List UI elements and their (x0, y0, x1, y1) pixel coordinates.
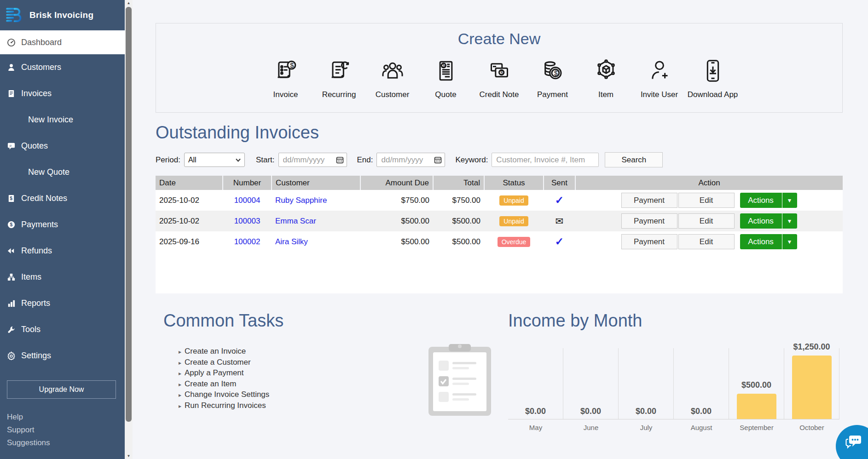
actions-split-button[interactable]: Actions ▼ (740, 213, 797, 229)
actions-caret-icon[interactable]: ▼ (782, 239, 797, 245)
actions-split-button[interactable]: Actions ▼ (740, 234, 797, 249)
bottom-section: Common Tasks ▸Create an Invoice ▸Create … (156, 311, 843, 431)
sidebar-item-quotes[interactable]: a Quotes (0, 133, 125, 159)
quote-bubble-icon: a (6, 141, 16, 151)
task-link-apply-payment[interactable]: ▸Apply a Payment (179, 368, 269, 379)
scroll-down-arrow-icon[interactable]: ▼ (125, 454, 133, 458)
task-link-invoice-settings[interactable]: ▸Change Invoice Settings (179, 390, 269, 401)
task-label[interactable]: Create an Item (185, 379, 236, 389)
create-invite-user-tile[interactable]: Invite User (633, 55, 686, 99)
brand[interactable]: Brisk Invoicing (0, 0, 125, 30)
task-link-create-item[interactable]: ▸Create an Item (179, 379, 269, 390)
task-label[interactable]: Apply a Payment (185, 368, 244, 378)
sidebar-item-customers[interactable]: Customers (0, 54, 125, 80)
svg-text:$: $ (290, 61, 294, 69)
edit-button[interactable]: Edit (678, 234, 735, 249)
task-label[interactable]: Create a Customer (185, 357, 251, 367)
sidebar-item-new-quote[interactable]: New Quote (0, 159, 125, 185)
sidebar-item-dashboard[interactable]: Dashboard (0, 30, 125, 54)
sidebar-item-credit-notes[interactable]: $ Credit Notes (0, 185, 125, 212)
total: $750.00 (433, 190, 484, 211)
task-link-run-recurring[interactable]: ▸Run Recurring Invoices (179, 401, 269, 412)
actions-button-label[interactable]: Actions (740, 217, 782, 226)
quote-document-icon: $ (419, 55, 473, 84)
dashboard-gauge-icon (6, 37, 16, 47)
task-label[interactable]: Run Recurring Invoices (185, 401, 266, 411)
task-label[interactable]: Change Invoice Settings (185, 390, 269, 400)
customer-link[interactable]: Ruby Sapphire (275, 196, 327, 205)
common-tasks-list: ▸Create an Invoice ▸Create a Customer ▸A… (179, 346, 269, 417)
invoice-number-link[interactable]: 100003 (234, 217, 260, 225)
actions-caret-icon[interactable]: ▼ (782, 218, 797, 224)
status-badge: Unpaid (499, 195, 528, 206)
sidebar-item-label: Reports (21, 298, 50, 308)
actions-button-label[interactable]: Actions (740, 237, 782, 247)
chart-column: $0.00 (508, 348, 563, 419)
upgrade-now-button[interactable]: Upgrade Now (7, 380, 116, 399)
create-quote-tile[interactable]: $ Quote (419, 55, 473, 99)
payment-button[interactable]: Payment (621, 213, 677, 229)
common-tasks-title: Common Tasks (163, 311, 508, 331)
customer-link[interactable]: Aira Silky (275, 237, 308, 246)
payment-button[interactable]: Payment (621, 193, 677, 208)
chevron-down-icon (236, 158, 241, 162)
sidebar-item-tools[interactable]: Tools (0, 316, 125, 343)
payment-button[interactable]: Payment (621, 234, 677, 249)
invoice-number-link[interactable]: 100002 (234, 237, 260, 246)
customer-link[interactable]: Emma Scar (275, 217, 316, 225)
task-link-create-customer[interactable]: ▸Create a Customer (179, 357, 269, 368)
scroll-up-arrow-icon[interactable]: ▲ (125, 1, 133, 5)
invoice-number-link[interactable]: 100004 (234, 196, 260, 205)
bar-value-label: $500.00 (741, 380, 771, 390)
search-button[interactable]: Search (605, 152, 663, 167)
sent-check-icon: ✓ (555, 235, 564, 247)
sidebar-item-settings[interactable]: Settings (0, 343, 125, 369)
calendar-icon[interactable] (434, 156, 442, 164)
create-credit-note-tile[interactable]: $ Credit Note (473, 55, 526, 99)
create-invoice-tile[interactable]: $ Invoice (259, 55, 312, 99)
period-label: Period: (156, 155, 180, 165)
main-content: Create New $ Invoice Recurring (133, 0, 868, 459)
create-tile-label: Item (579, 90, 633, 99)
amount-due: $500.00 (360, 231, 433, 252)
payment-coins-icon: $ (526, 55, 579, 84)
help-link[interactable]: Help (7, 411, 125, 424)
scrollbar-thumb[interactable] (126, 7, 132, 422)
sidebar-item-payments[interactable]: $ Payments (0, 212, 125, 238)
gear-icon (6, 351, 16, 361)
sidebar-item-new-invoice[interactable]: New Invoice (0, 107, 125, 133)
keyword-input[interactable] (492, 153, 599, 167)
refund-arrows-icon (6, 246, 16, 256)
sidebar-item-items[interactable]: Items (0, 264, 125, 290)
create-tile-label: Quote (419, 90, 473, 99)
create-item-tile[interactable]: Item (579, 55, 633, 99)
sidebar-scrollbar[interactable]: ▲ ▼ (125, 0, 133, 459)
create-customer-tile[interactable]: Customer (366, 55, 419, 99)
actions-split-button[interactable]: Actions ▼ (740, 193, 797, 208)
sidebar-item-invoices[interactable]: Invoices (0, 80, 125, 107)
edit-button[interactable]: Edit (678, 213, 735, 229)
clipboard-illustration (428, 343, 492, 417)
calendar-icon[interactable] (336, 156, 344, 164)
end-date-wrap (376, 153, 445, 167)
period-select[interactable]: All (184, 153, 245, 167)
total: $500.00 (433, 231, 484, 252)
sidebar-item-refunds[interactable]: Refunds (0, 238, 125, 264)
create-recurring-tile[interactable]: Recurring (312, 55, 366, 99)
sent-envelope-icon: ✉ (556, 216, 564, 226)
create-payment-tile[interactable]: $ Payment (526, 55, 579, 99)
task-label[interactable]: Create an Invoice (185, 346, 246, 356)
sidebar-item-label: New Invoice (28, 115, 73, 125)
actions-caret-icon[interactable]: ▼ (782, 197, 797, 204)
create-download-app-tile[interactable]: Download App (686, 55, 740, 99)
person-icon (6, 63, 16, 73)
bar-value-label: $1,250.00 (793, 342, 830, 352)
support-link[interactable]: Support (7, 424, 125, 436)
actions-button-label[interactable]: Actions (740, 196, 782, 205)
sidebar-item-reports[interactable]: Reports (0, 290, 125, 316)
suggestions-link[interactable]: Suggestions (7, 436, 125, 449)
task-link-create-invoice[interactable]: ▸Create an Invoice (179, 346, 269, 357)
edit-button[interactable]: Edit (678, 193, 735, 208)
chart-column: $1,250.00 (784, 348, 839, 419)
create-tile-label: Recurring (312, 90, 366, 99)
